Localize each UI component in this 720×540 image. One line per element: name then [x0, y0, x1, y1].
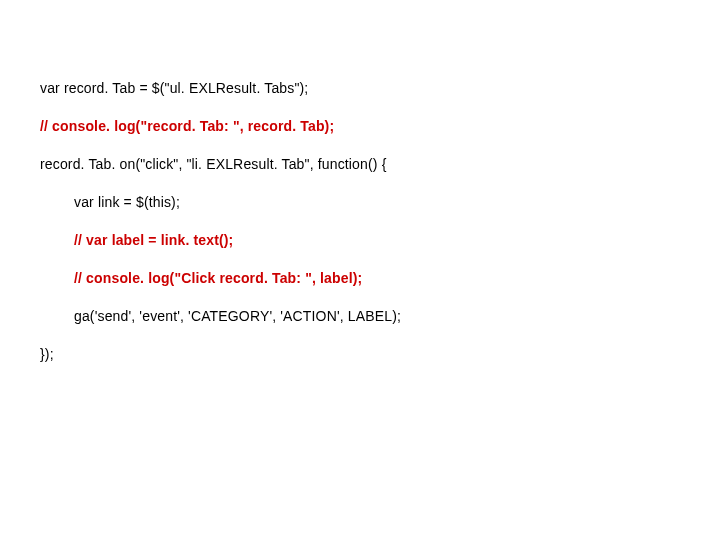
code-line: }); — [40, 346, 680, 362]
code-line-comment: // var label = link. text(); — [40, 232, 680, 248]
code-line-comment: // console. log("Click record. Tab: ", l… — [40, 270, 680, 286]
code-line: record. Tab. on("click", "li. EXLResult.… — [40, 156, 680, 172]
code-line: var record. Tab = $("ul. EXLResult. Tabs… — [40, 80, 680, 96]
code-line-comment: // console. log("record. Tab: ", record.… — [40, 118, 680, 134]
code-slide: var record. Tab = $("ul. EXLResult. Tabs… — [0, 0, 720, 540]
code-line: ga('send', 'event', 'CATEGORY', 'ACTION'… — [40, 308, 680, 324]
code-line: var link = $(this); — [40, 194, 680, 210]
